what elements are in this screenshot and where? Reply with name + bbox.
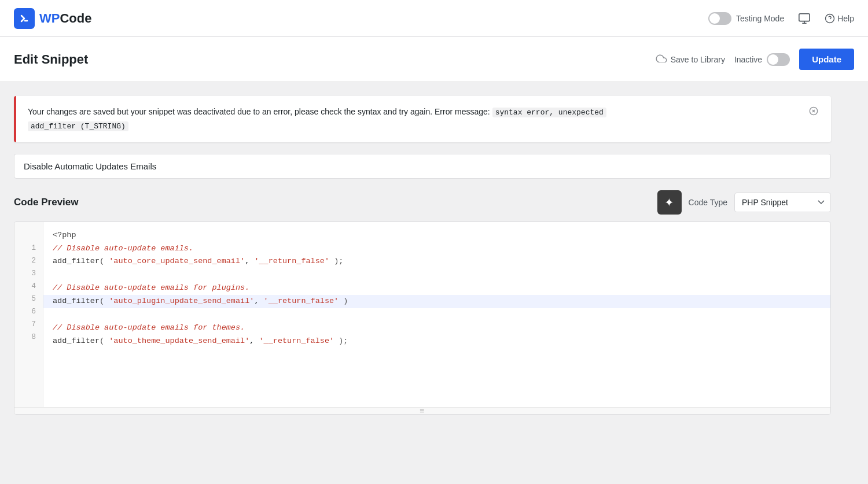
line-numbers: 1 2 3 4 5 6 7 8 xyxy=(14,222,43,407)
notice-message-prefix: Your changes are saved but your snippet … xyxy=(28,107,492,116)
main-content: Your changes are saved but your snippet … xyxy=(0,82,845,428)
code-line-3 xyxy=(53,268,821,282)
code-editor: 1 2 3 4 5 6 7 8 <?php // Disable auto-up… xyxy=(14,221,831,415)
code-line-7: // Disable auto-update emails for themes… xyxy=(53,322,821,335)
code-line-5: add_filter( 'auto_plugin_update_send_ema… xyxy=(43,295,830,308)
code-type-label: Code Type xyxy=(689,198,727,207)
monitor-icon-button[interactable] xyxy=(796,10,813,27)
code-line-4: // Disable auto-update emails for plugin… xyxy=(53,282,821,295)
notice-error-code-2: add_filter (T_STRING) xyxy=(28,121,128,131)
line-num-7: 7 xyxy=(24,318,36,331)
save-to-library-button[interactable]: Save to Library xyxy=(656,53,725,65)
line-num-4: 4 xyxy=(24,280,36,293)
code-editor-inner: 1 2 3 4 5 6 7 8 <?php // Disable auto-up… xyxy=(14,222,830,407)
code-line-php-tag: <?php xyxy=(53,229,821,242)
code-line-1: // Disable auto-update emails. xyxy=(53,242,821,256)
code-preview-header: Code Preview ✦ Code Type PHP Snippet Jav… xyxy=(14,190,831,215)
inactive-toggle-wrap: Inactive xyxy=(734,53,790,66)
svg-rect-0 xyxy=(799,13,810,21)
ai-button[interactable]: ✦ xyxy=(657,190,682,215)
line-num-5: 5 xyxy=(24,293,36,305)
line-num-1: 1 xyxy=(24,242,36,254)
line-num-6: 6 xyxy=(24,305,36,318)
page-header-actions: Save to Library Inactive Update xyxy=(656,49,854,70)
topbar: WPCode Testing Mode Help xyxy=(0,0,868,37)
svg-point-1 xyxy=(826,14,834,23)
line-num-2: 2 xyxy=(24,254,36,267)
testing-mode-toggle-wrap[interactable]: Testing Mode xyxy=(708,12,784,25)
notice-error-code-1: syntax error, unexpected xyxy=(492,108,606,117)
page-title: Edit Snippet xyxy=(14,52,88,67)
logo-icon xyxy=(14,8,35,29)
error-notice: Your changes are saved but your snippet … xyxy=(14,96,831,142)
line-num-blank xyxy=(24,229,36,242)
notice-close-button[interactable] xyxy=(808,105,819,120)
cloud-icon xyxy=(656,53,667,65)
notice-text: Your changes are saved but your snippet … xyxy=(28,105,606,133)
line-num-8: 8 xyxy=(24,331,36,343)
help-button[interactable]: Help xyxy=(825,13,854,24)
inactive-toggle[interactable] xyxy=(767,53,790,66)
editor-resize-handle[interactable]: ≡ xyxy=(14,407,830,414)
code-line-6 xyxy=(53,308,821,322)
code-preview-title: Code Preview xyxy=(14,197,79,208)
testing-mode-label: Testing Mode xyxy=(736,14,784,23)
logo-area: WPCode xyxy=(14,8,91,29)
code-line-8: add_filter( 'auto_theme_update_send_emai… xyxy=(53,335,821,348)
update-button[interactable]: Update xyxy=(799,49,854,70)
code-type-select[interactable]: PHP Snippet JavaScript Snippet CSS Snipp… xyxy=(734,193,831,212)
snippet-name-input[interactable] xyxy=(14,154,831,179)
topbar-right: Testing Mode Help xyxy=(708,10,854,27)
save-to-library-label: Save to Library xyxy=(671,55,725,64)
logo-text: WPCode xyxy=(39,11,91,26)
page-header: Edit Snippet Save to Library Inactive Up… xyxy=(0,37,868,82)
code-line-2: add_filter( 'auto_core_update_send_email… xyxy=(53,255,821,268)
testing-mode-toggle[interactable] xyxy=(708,12,731,25)
code-preview-controls: ✦ Code Type PHP Snippet JavaScript Snipp… xyxy=(657,190,831,215)
inactive-label: Inactive xyxy=(734,55,762,64)
code-content[interactable]: <?php // Disable auto-update emails. add… xyxy=(43,222,830,407)
ai-button-icon: ✦ xyxy=(664,195,674,209)
help-label: Help xyxy=(837,14,854,23)
resize-dots-icon: ≡ xyxy=(420,406,425,415)
line-num-3: 3 xyxy=(24,267,36,280)
